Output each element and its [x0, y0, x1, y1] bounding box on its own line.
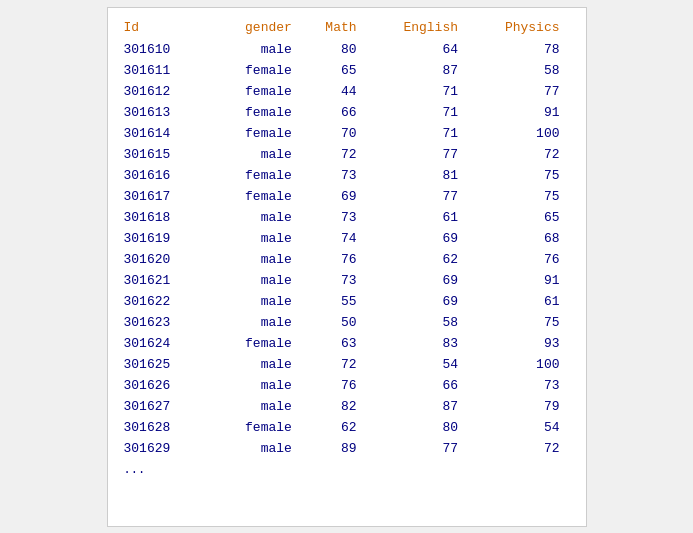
cell-gender: male [213, 396, 302, 417]
table-header-row: Id gender Math English Physics [124, 16, 570, 39]
cell-id: 301613 [124, 102, 213, 123]
table-row: 301618male736165 [124, 207, 570, 228]
cell-english: 81 [367, 165, 468, 186]
cell-math: 80 [302, 39, 367, 60]
table-row: 301622male556961 [124, 291, 570, 312]
cell-gender: male [213, 144, 302, 165]
cell-physics: 76 [468, 249, 569, 270]
cell-id: 301625 [124, 354, 213, 375]
cell-english: 83 [367, 333, 468, 354]
cell-gender: female [213, 333, 302, 354]
cell-physics: 54 [468, 417, 569, 438]
cell-gender: female [213, 123, 302, 144]
cell-english: 77 [367, 438, 468, 459]
col-header-gender: gender [213, 16, 302, 39]
cell-math: 72 [302, 144, 367, 165]
cell-id: 301621 [124, 270, 213, 291]
table-row: 301615male727772 [124, 144, 570, 165]
cell-physics: 72 [468, 144, 569, 165]
cell-math: 89 [302, 438, 367, 459]
col-header-english: English [367, 16, 468, 39]
cell-physics: 58 [468, 60, 569, 81]
cell-english: 77 [367, 144, 468, 165]
cell-physics: 93 [468, 333, 569, 354]
cell-id: 301612 [124, 81, 213, 102]
cell-gender: male [213, 207, 302, 228]
cell-physics: 100 [468, 354, 569, 375]
cell-id: 301615 [124, 144, 213, 165]
cell-gender: male [213, 438, 302, 459]
table-row: 301619male746968 [124, 228, 570, 249]
cell-english: 87 [367, 60, 468, 81]
cell-id: 301627 [124, 396, 213, 417]
cell-gender: female [213, 417, 302, 438]
cell-physics: 72 [468, 438, 569, 459]
cell-physics: 61 [468, 291, 569, 312]
table-row: 301626male766673 [124, 375, 570, 396]
table-row: 301611female658758 [124, 60, 570, 81]
cell-physics: 73 [468, 375, 569, 396]
col-header-id: Id [124, 16, 213, 39]
cell-math: 76 [302, 249, 367, 270]
cell-id: 301624 [124, 333, 213, 354]
cell-english: 71 [367, 81, 468, 102]
cell-id: 301614 [124, 123, 213, 144]
table-row: 301613female667191 [124, 102, 570, 123]
cell-id: 301610 [124, 39, 213, 60]
table-row: 301625male7254100 [124, 354, 570, 375]
table-row: 301614female7071100 [124, 123, 570, 144]
cell-id: 301620 [124, 249, 213, 270]
cell-english: 58 [367, 312, 468, 333]
cell-physics: 65 [468, 207, 569, 228]
table-row: 301627male828779 [124, 396, 570, 417]
cell-id: 301622 [124, 291, 213, 312]
cell-id: 301626 [124, 375, 213, 396]
cell-math: 65 [302, 60, 367, 81]
cell-gender: male [213, 375, 302, 396]
cell-gender: male [213, 228, 302, 249]
col-header-physics: Physics [468, 16, 569, 39]
cell-english: 71 [367, 123, 468, 144]
cell-physics: 75 [468, 165, 569, 186]
cell-math: 73 [302, 207, 367, 228]
cell-gender: female [213, 102, 302, 123]
cell-id: 301611 [124, 60, 213, 81]
cell-id: 301617 [124, 186, 213, 207]
table-row: 301612female447177 [124, 81, 570, 102]
cell-english: 71 [367, 102, 468, 123]
table-row: 301623male505875 [124, 312, 570, 333]
cell-id: 301616 [124, 165, 213, 186]
col-header-math: Math [302, 16, 367, 39]
cell-english: 77 [367, 186, 468, 207]
cell-physics: 75 [468, 312, 569, 333]
cell-math: 72 [302, 354, 367, 375]
cell-math: 73 [302, 165, 367, 186]
cell-english: 61 [367, 207, 468, 228]
cell-physics: 91 [468, 270, 569, 291]
cell-math: 62 [302, 417, 367, 438]
cell-math: 50 [302, 312, 367, 333]
cell-english: 69 [367, 270, 468, 291]
cell-english: 66 [367, 375, 468, 396]
table-row: 301617female697775 [124, 186, 570, 207]
cell-gender: female [213, 165, 302, 186]
table-row: 301616female738175 [124, 165, 570, 186]
cell-gender: female [213, 186, 302, 207]
cell-math: 44 [302, 81, 367, 102]
cell-english: 64 [367, 39, 468, 60]
cell-physics: 100 [468, 123, 569, 144]
cell-physics: 77 [468, 81, 569, 102]
cell-gender: female [213, 60, 302, 81]
cell-math: 66 [302, 102, 367, 123]
cell-math: 82 [302, 396, 367, 417]
table-row: 301628female628054 [124, 417, 570, 438]
cell-physics: 91 [468, 102, 569, 123]
cell-id: 301628 [124, 417, 213, 438]
cell-id: 301623 [124, 312, 213, 333]
cell-id: 301619 [124, 228, 213, 249]
cell-physics: 78 [468, 39, 569, 60]
cell-math: 69 [302, 186, 367, 207]
table-row: 301620male766276 [124, 249, 570, 270]
cell-physics: 79 [468, 396, 569, 417]
cell-physics: 75 [468, 186, 569, 207]
